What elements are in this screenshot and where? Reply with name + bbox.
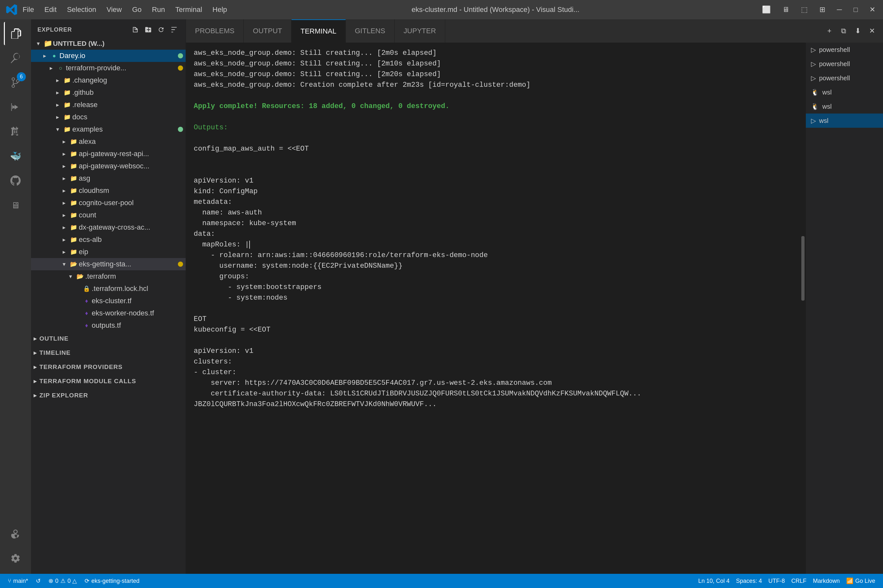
status-errors[interactable]: ⊗ 0 ⚠ 0 △ [46, 574, 80, 588]
new-folder-button[interactable] [143, 24, 153, 35]
layout-icon-4[interactable]: ⊞ [817, 4, 828, 15]
menu-view[interactable]: View [102, 4, 126, 15]
tree-darey-io[interactable]: ▸ ● Darey.io [31, 50, 186, 62]
tree-dx-gateway[interactable]: ▸ 📁 dx-gateway-cross-ac... [31, 221, 186, 234]
tree-terraform-dir[interactable]: ▾ 📂 .terraform [31, 270, 186, 282]
layout-icon-1[interactable]: ⬜ [759, 4, 773, 15]
tab-gitlens[interactable]: GITLENS [346, 20, 394, 43]
status-branch[interactable]: ⑂ main* [5, 574, 31, 588]
collapse-all-button[interactable] [169, 24, 179, 35]
window-controls[interactable]: ⬜ 🖥 ⬚ ⊞ ─ □ ✕ [759, 4, 878, 15]
terminal-scrollbar[interactable] [800, 43, 806, 574]
layout-icon-2[interactable]: 🖥 [780, 4, 792, 15]
activity-explorer[interactable] [4, 22, 27, 45]
tree-outputs-tf[interactable]: ▸ ♦ outputs.tf [31, 320, 186, 332]
outline-section[interactable]: ▸ OUTLINE [31, 332, 186, 346]
tree-cloudhsm[interactable]: ▸ 📁 cloudhsm [31, 184, 186, 197]
menu-selection[interactable]: Selection [62, 4, 101, 15]
terminal-wsl-3[interactable]: ▷ wsl [806, 114, 883, 128]
tree-eks-getting-started[interactable]: ▾ 📂 eks-getting-sta... [31, 258, 186, 270]
status-go-live[interactable]: 📶 Go Live [844, 578, 878, 585]
tab-output[interactable]: OUTPUT [244, 20, 291, 43]
layout-icon-3[interactable]: ⬚ [799, 4, 810, 15]
tab-jupyter[interactable]: JUPYTER [394, 20, 445, 43]
terminal-line-3: aws_eks_node_group.demo: Still creating.… [194, 69, 793, 80]
powershell-1-label: powershell [819, 46, 850, 54]
tree-alexa[interactable]: ▸ 📁 alexa [31, 135, 186, 148]
ecs-alb-label: ecs-alb [79, 236, 183, 244]
terminal-powershell-3[interactable]: ▷ powershell [806, 71, 883, 85]
tab-terminal[interactable]: TERMINAL [292, 20, 346, 43]
status-sync[interactable]: ↺ [33, 574, 43, 588]
zip-explorer-section[interactable]: ▸ ZIP EXPLORER [31, 388, 186, 402]
tab-problems[interactable]: PROBLEMS [186, 20, 244, 43]
status-task[interactable]: ⟳ eks-getting-started [82, 574, 142, 588]
status-language[interactable]: Markdown [810, 578, 842, 585]
tree-asg[interactable]: ▸ 📁 asg [31, 172, 186, 184]
status-cursor[interactable]: Ln 10, Col 4 [696, 578, 732, 585]
menu-edit[interactable]: Edit [40, 4, 61, 15]
menu-go[interactable]: Go [128, 4, 146, 15]
tree-count[interactable]: ▸ 📁 count [31, 209, 186, 221]
terminal-powershell-2[interactable]: ▷ powershell [806, 57, 883, 71]
activity-settings[interactable] [4, 547, 27, 570]
darey-label: Darey.io [59, 52, 175, 60]
add-terminal-button[interactable]: + [824, 25, 835, 37]
menu-terminal[interactable]: Terminal [171, 4, 207, 15]
close-panel-button[interactable]: ✕ [866, 25, 878, 37]
terminal-powershell-1[interactable]: ▷ powershell [806, 43, 883, 57]
activity-docker[interactable]: 🐳 [4, 144, 27, 168]
terminal-scrollbar-thumb[interactable] [801, 236, 805, 301]
new-file-button[interactable] [130, 24, 140, 35]
tree-eks-worker-tf[interactable]: ▸ ♦ eks-worker-nodes.tf [31, 307, 186, 320]
tree-terraform-provide[interactable]: ▸ ○ terraform-provide... [31, 62, 186, 74]
activity-source-control[interactable]: 6 [4, 71, 27, 94]
close-button[interactable]: ✕ [867, 4, 878, 15]
menu-help[interactable]: Help [208, 4, 232, 15]
tree-docs[interactable]: ▸ 📁 docs [31, 111, 186, 123]
timeline-section[interactable]: ▸ TIMELINE [31, 346, 186, 360]
status-encoding[interactable]: UTF-8 [766, 578, 787, 585]
sidebar-actions[interactable] [130, 24, 179, 35]
terminal-output[interactable]: aws_eks_node_group.demo: Still creating.… [186, 43, 800, 574]
tree-root[interactable]: ▾ 📁 UNTITLED (W...) [31, 38, 186, 50]
cursor-position: Ln 10, Col 4 [698, 578, 730, 585]
titlebar-menu[interactable]: File Edit Selection View Go Run Terminal… [18, 4, 232, 15]
tree-api-websoc[interactable]: ▸ 📁 api-gateway-websoc... [31, 160, 186, 172]
terminal-wsl-1[interactable]: 🐧 wsl [806, 85, 883, 99]
activity-remote[interactable]: 🖥 [4, 194, 27, 217]
tree-changelog[interactable]: ▸ 📁 .changelog [31, 74, 186, 87]
terminal-api-version-2: apiVersion: v1 [194, 346, 793, 356]
activity-github[interactable] [4, 169, 27, 192]
menu-file[interactable]: File [18, 4, 38, 15]
split-terminal-button[interactable]: ⧉ [838, 25, 850, 37]
status-spaces[interactable]: Spaces: 4 [734, 578, 764, 585]
tree-github[interactable]: ▸ 📁 .github [31, 87, 186, 99]
tree-eip[interactable]: ▸ 📁 eip [31, 246, 186, 258]
activity-accounts[interactable] [4, 522, 27, 545]
ecs-alb-arrow: ▸ [59, 235, 68, 244]
status-line-ending[interactable]: CRLF [789, 578, 809, 585]
activity-run-debug[interactable] [4, 96, 27, 119]
terraform-module-calls-section[interactable]: ▸ TERRAFORM MODULE CALLS [31, 374, 186, 388]
maximize-button[interactable]: □ [851, 4, 860, 15]
terraform-providers-section[interactable]: ▸ TERRAFORM PROVIDERS [31, 360, 186, 374]
refresh-button[interactable] [156, 24, 166, 35]
menu-run[interactable]: Run [147, 4, 170, 15]
tree-eks-cluster-tf[interactable]: ▸ ♦ eks-cluster.tf [31, 295, 186, 307]
tab-terminal-label: TERMINAL [301, 27, 336, 36]
panel-position-button[interactable]: ⬇ [852, 25, 863, 37]
tree-examples[interactable]: ▾ 📁 examples [31, 123, 186, 135]
activity-extensions[interactable] [4, 120, 27, 143]
tree-release[interactable]: ▸ 📁 .release [31, 99, 186, 111]
tree-api-gateway-rest[interactable]: ▸ 📁 api-gateway-rest-api... [31, 148, 186, 160]
activity-search[interactable] [4, 46, 27, 70]
github-folder-arrow: ▸ [53, 88, 62, 97]
tree-ecs-alb[interactable]: ▸ 📁 ecs-alb [31, 234, 186, 246]
asg-label: asg [79, 174, 183, 183]
terminal-wsl-2[interactable]: 🐧 wsl [806, 99, 883, 114]
tree-terraform-lock[interactable]: ▸ 🔒 .terraform.lock.hcl [31, 282, 186, 295]
tree-cognito[interactable]: ▸ 📁 cognito-user-pool [31, 197, 186, 209]
root-folder-icon: 📁 [43, 38, 53, 49]
minimize-button[interactable]: ─ [834, 4, 845, 15]
